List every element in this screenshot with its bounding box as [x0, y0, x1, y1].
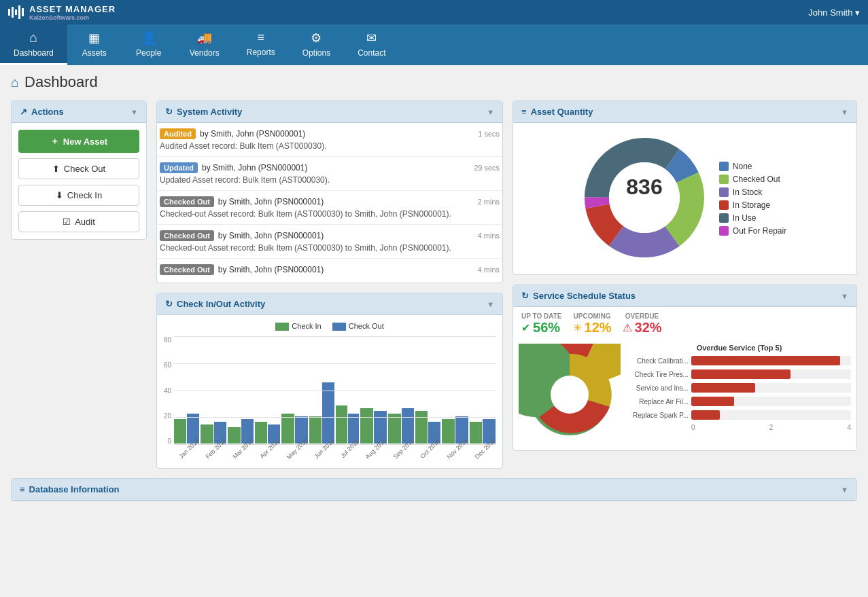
activity-time: 2 mins	[478, 198, 500, 206]
bar-group: Jan 2018	[174, 336, 199, 461]
check-out-button[interactable]: ⬆ Check Out	[18, 158, 139, 179]
people-icon: 👤	[141, 31, 156, 46]
nav-people[interactable]: 👤 People	[122, 24, 176, 65]
legend-item: Out For Repair	[719, 226, 786, 236]
activity-desc: Audited Asset record: Bulk Item (AST0000…	[160, 141, 500, 151]
nav-options[interactable]: ⚙ Options	[289, 24, 344, 65]
checkin-bar	[228, 427, 241, 444]
nav-reports[interactable]: ≡ Reports	[233, 24, 289, 65]
activity-desc: Checked-out Asset record: Bulk Item (AST…	[160, 209, 500, 219]
overdue-chart: Overdue Service (Top 5) Check Calibrati.…	[627, 344, 851, 448]
audit-icon: ☑	[63, 217, 71, 227]
actions-title: Actions	[31, 107, 64, 117]
check-in-icon: ⬇	[56, 190, 63, 200]
database-chevron: ▼	[841, 486, 848, 494]
page-title-icon: ⌂	[11, 75, 19, 90]
activity-item: Updated by Smith, John (PSN000001) 29 se…	[157, 157, 502, 191]
checkin-bar	[470, 422, 483, 444]
checkout-bar	[322, 382, 334, 444]
checkin-bar	[281, 414, 294, 444]
asset-quantity-title: Asset Quantity	[531, 107, 593, 117]
system-activity-title: System Activity	[177, 107, 242, 117]
checkout-legend: Check Out	[332, 322, 384, 331]
activity-item: Audited by Smith, John (PSN000001) 1 sec…	[157, 123, 502, 157]
activity-time: 4 mins	[478, 266, 500, 274]
checkin-activity-title: Check In/Out Activity	[177, 299, 265, 309]
svg-point-13	[551, 376, 589, 414]
nav-contact[interactable]: ✉ Contact	[344, 24, 399, 65]
system-activity-header: ↻ System Activity ▼	[157, 101, 502, 123]
overdue-row: Replace Spark P...	[627, 410, 851, 420]
activity-by: by Smith, John (PSN000001)	[218, 265, 324, 274]
asset-quantity-card: ≡ Asset Quantity ▼	[513, 101, 857, 275]
checkin-bar	[309, 416, 322, 444]
checkin-bar	[442, 419, 455, 444]
options-icon: ⚙	[311, 31, 322, 46]
stat-upcoming: UPCOMING ✳ 12%	[573, 312, 612, 336]
overdue-bar-bg	[691, 356, 851, 365]
overdue-bar-bg	[691, 369, 851, 379]
nav-assets[interactable]: ▦ Assets	[67, 24, 122, 65]
legend-label: In Stock	[733, 187, 762, 197]
database-info-card: ≡ Database Information ▼	[11, 478, 857, 501]
logo: ASSET MANAGER KaizenSoftware.com	[8, 4, 116, 21]
legend-label: None	[733, 162, 752, 171]
activity-desc: Checked-out Asset record: Bulk Item (AST…	[160, 243, 500, 253]
checkin-icon: ↻	[165, 299, 173, 309]
legend-label: In Use	[733, 213, 757, 223]
bar-group: Dec 2018	[470, 336, 496, 461]
system-activity-icon: ↻	[165, 107, 173, 117]
check-in-button[interactable]: ⬇ Check In	[18, 185, 139, 206]
assets-icon: ▦	[88, 31, 100, 46]
legend-color	[719, 200, 729, 210]
legend-color	[719, 175, 729, 184]
audit-button[interactable]: ☑ Audit	[18, 211, 139, 232]
asset-quantity-body: 836 NoneChecked OutIn StockIn StorageIn …	[513, 123, 856, 274]
asset-quantity-header: ≡ Asset Quantity ▼	[513, 101, 856, 123]
activity-badge: Updated	[160, 162, 198, 173]
bar-group: May 2018	[281, 336, 309, 461]
activity-time: 4 mins	[478, 232, 500, 240]
overdue-label: Replace Air Fil...	[627, 398, 689, 405]
service-stats-row: UP TO DATE ✔ 56% UPCOMING ✳ 12%	[513, 307, 856, 341]
actions-chevron: ▼	[131, 108, 138, 116]
nav-assets-label: Assets	[82, 48, 107, 58]
activity-by: by Smith, John (PSN000001)	[218, 197, 324, 206]
nav-dashboard[interactable]: ⌂ Dashboard	[0, 24, 67, 65]
overdue-bar-fill	[691, 369, 791, 379]
legend-item: In Stock	[719, 187, 786, 197]
actions-panel: ↗ Actions ▼ ＋ New Asset ⬆ Check Out	[11, 101, 147, 240]
user-menu[interactable]: John Smith ▾	[808, 7, 860, 18]
activity-time: 1 secs	[478, 130, 500, 138]
asset-quantity-chevron: ▼	[841, 108, 848, 116]
bar-group: Apr 2018	[255, 336, 280, 461]
overdue-label: Replace Spark P...	[627, 412, 689, 419]
overdue-bar-bg	[691, 397, 851, 406]
dashboard-icon: ⌂	[29, 30, 37, 46]
activity-by: by Smith, John (PSN000001)	[200, 129, 305, 139]
page-title-area: ⌂ Dashboard	[11, 73, 857, 91]
service-body: UP TO DATE ✔ 56% UPCOMING ✳ 12%	[513, 307, 856, 450]
activity-by: by Smith, John (PSN000001)	[202, 163, 307, 173]
legend-color	[719, 162, 729, 171]
bar-group: Mar 2018	[228, 336, 254, 461]
overdue-bar-fill	[691, 356, 840, 365]
legend-color	[719, 213, 729, 223]
bar-group: Jul 2018	[336, 336, 359, 461]
checkin-bar	[201, 424, 213, 444]
checkin-bar	[415, 411, 428, 444]
asset-quantity-legend: NoneChecked OutIn StockIn StorageIn UseO…	[719, 162, 786, 236]
bar-group: Aug 2018	[360, 336, 387, 461]
nav-vendors[interactable]: 🚚 Vendors	[176, 24, 233, 65]
actions-body: ＋ New Asset ⬆ Check Out ⬇ Check In ☑ Aud…	[12, 123, 146, 239]
new-asset-button[interactable]: ＋ New Asset	[18, 130, 139, 153]
service-schedule-card: ↻ Service Schedule Status ▼ UP TO DATE ✔…	[513, 285, 857, 451]
warning-icon: ⚠	[623, 321, 632, 334]
system-activity-card: ↻ System Activity ▼ Audited by Smith, Jo…	[156, 101, 503, 283]
vendors-icon: 🚚	[197, 31, 212, 46]
checkin-bar	[174, 419, 186, 444]
checkmark-icon: ✔	[521, 321, 530, 334]
app-sub: KaizenSoftware.com	[29, 14, 116, 21]
activity-badge: Checked Out	[160, 264, 214, 275]
activity-desc: Updated Asset record: Bulk Item (AST0000…	[160, 175, 500, 185]
